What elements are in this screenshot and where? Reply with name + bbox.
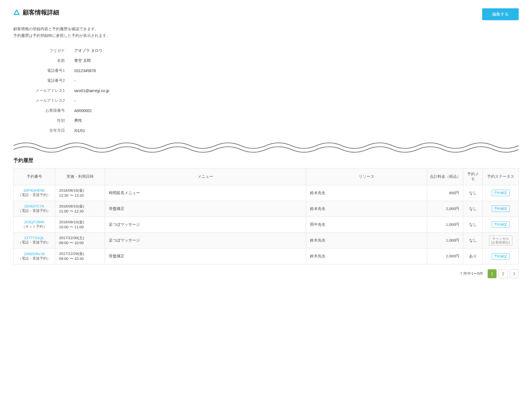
- cell-price: 1,000円: [427, 232, 463, 249]
- page-description: 顧客情報の登録内容と予約履歴を確認できます。 予約履歴は予約登録時に参照した予約…: [13, 26, 519, 39]
- email1-value: taro01@airregi.co.jp: [74, 88, 109, 93]
- reservation-channel: （ネット予約）: [17, 224, 51, 229]
- col-memo: 予約メモ: [463, 168, 483, 185]
- col-price: 合計料金（税込）: [427, 168, 463, 185]
- cell-resource: 鈴木先生: [306, 249, 427, 264]
- page-button-1[interactable]: 1: [488, 269, 497, 278]
- pagination: 7 件中1〜5件 12: [13, 269, 519, 278]
- cell-memo: なし: [463, 185, 483, 201]
- email2-value: -: [74, 98, 76, 103]
- status-badge: 予約確定: [492, 253, 510, 259]
- cell-menu: 時間延長メニュー: [105, 185, 306, 201]
- phone1-label: 電話番号1: [13, 68, 74, 73]
- cell-resource: 田中先生: [306, 217, 427, 232]
- email1-label: メールアドレス1: [13, 88, 74, 93]
- cell-resource: 鈴木先生: [306, 185, 427, 201]
- customer-details: フリガナ アオゾラ タロウ 名前 青空 太郎 電話番号1 0312345678 …: [13, 46, 519, 136]
- cell-status: 予約確定: [483, 201, 519, 217]
- reservation-channel: （電話・直接予約）: [17, 256, 51, 261]
- page-button-2[interactable]: 2: [499, 269, 508, 278]
- page-info: 7 件中1〜5件: [460, 271, 483, 276]
- chevron-right-icon: [513, 272, 516, 276]
- cell-menu: 足つぼマッサージ: [105, 232, 306, 249]
- edit-button[interactable]: 編集する: [482, 8, 519, 20]
- cell-memo: なし: [463, 201, 483, 217]
- table-row: 20A6J7C7A（電話・直接予約）2018/08/10(金)11:00 〜 1…: [14, 201, 519, 217]
- cell-memo: なし: [463, 217, 483, 232]
- reservation-number-link[interactable]: 20A6J7C7A: [17, 204, 51, 208]
- col-datetime: 実施・利用日時: [55, 168, 105, 185]
- gender-label: 性別: [13, 118, 74, 123]
- history-table: 予約番号 実施・利用日時 メニュー リソース 合計料金（税込） 予約メモ 予約ス…: [13, 168, 519, 265]
- cell-resource: 鈴木先生: [306, 201, 427, 217]
- reservation-channel: （電話・直接予約）: [17, 240, 51, 245]
- cell-datetime: 2018/08/10(金)11:00 〜 12:30: [55, 201, 105, 217]
- name-value: 青空 太郎: [74, 58, 91, 63]
- furigana-label: フリガナ: [13, 48, 74, 53]
- phone2-value: -: [74, 78, 76, 83]
- triangle-icon: [13, 9, 20, 16]
- cell-datetime: 2017/12/30(土)09:00 〜 10:00: [55, 232, 105, 249]
- cell-menu: 骨盤矯正: [105, 201, 306, 217]
- reservation-number-link[interactable]: 20NDD6VJ8: [17, 252, 51, 256]
- furigana-value: アオゾラ タロウ: [74, 48, 103, 53]
- customer-no-label: お客様番号: [13, 108, 74, 113]
- cell-price: 900円: [427, 185, 463, 201]
- gender-value: 男性: [74, 118, 82, 123]
- col-status: 予約ステータス: [483, 168, 519, 185]
- cell-memo: あり: [463, 249, 483, 264]
- customer-no-value: A0000001: [74, 108, 92, 113]
- cell-datetime: 2018/08/10(金)12:30 〜 13:20: [55, 185, 105, 201]
- reservation-channel: （電話・直接予約）: [17, 208, 51, 213]
- col-menu: メニュー: [105, 168, 306, 185]
- page-title: 顧客情報詳細: [23, 8, 59, 17]
- section-divider-wave: [13, 138, 519, 155]
- cell-memo: なし: [463, 232, 483, 249]
- name-label: 名前: [13, 58, 74, 63]
- table-row: 203QF2B68（ネット予約）2018/08/10(金)10:00 〜 11:…: [14, 217, 519, 232]
- next-page-button[interactable]: [510, 269, 519, 278]
- cell-menu: 骨盤矯正: [105, 249, 306, 264]
- col-number: 予約番号: [14, 168, 55, 185]
- status-badge: 予約確定: [492, 206, 510, 212]
- status-badge: キャンセル (お客様都合): [489, 235, 512, 246]
- phone2-label: 電話番号2: [13, 78, 74, 83]
- cell-datetime: 2017/12/29(金)09:00 〜 10:30: [55, 249, 105, 264]
- reservation-number-link[interactable]: 21T7Y31QL: [17, 236, 51, 240]
- cell-status: 予約確定: [483, 185, 519, 201]
- cell-price: 2,000円: [427, 249, 463, 264]
- table-row: 21T7Y31QL（電話・直接予約）2017/12/30(土)09:00 〜 1…: [14, 232, 519, 249]
- history-title: 予約履歴: [13, 157, 519, 164]
- status-badge: 予約確定: [492, 221, 510, 227]
- phone1-value: 0312345678: [74, 69, 96, 73]
- cell-price: 2,000円: [427, 201, 463, 217]
- table-row: 20NDD6VJ8（電話・直接予約）2017/12/29(金)09:00 〜 1…: [14, 249, 519, 264]
- cell-status: キャンセル (お客様都合): [483, 232, 519, 249]
- cell-datetime: 2018/08/10(金)10:00 〜 11:00: [55, 217, 105, 232]
- reservation-channel: （電話・直接予約）: [17, 192, 51, 197]
- cell-status: 予約確定: [483, 249, 519, 264]
- status-badge: 予約確定: [492, 190, 510, 196]
- cell-price: 1,000円: [427, 217, 463, 232]
- table-row: 20P4QHE9E（電話・直接予約）2018/08/10(金)12:30 〜 1…: [14, 185, 519, 201]
- cell-resource: 鈴木先生: [306, 232, 427, 249]
- reservation-number-link[interactable]: 20P4QHE9E: [17, 188, 51, 192]
- birthdate-label: 生年月日: [13, 128, 74, 133]
- birthdate-value: /01/01: [74, 128, 85, 133]
- cell-status: 予約確定: [483, 217, 519, 232]
- cell-menu: 足つぼマッサージ: [105, 217, 306, 232]
- email2-label: メールアドレス2: [13, 98, 74, 103]
- reservation-number-link[interactable]: 203QF2B68: [17, 220, 51, 224]
- col-resource: リソース: [306, 168, 427, 185]
